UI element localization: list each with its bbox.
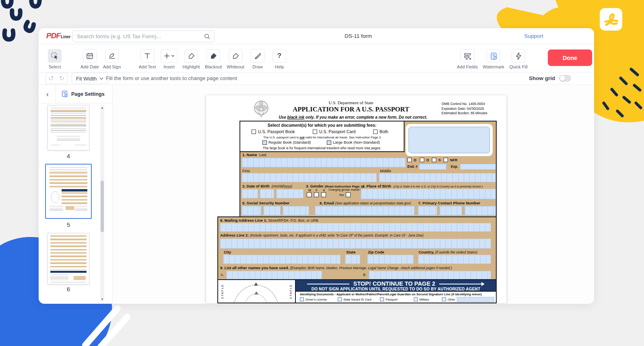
other-name-a-field[interactable] [226, 271, 322, 279]
other-id-checkbox[interactable] [442, 297, 446, 301]
quick-fill-button[interactable]: Quick Fill [506, 49, 531, 69]
ds11-form-page[interactable]: U.S. Department of State APPLICATION FOR… [206, 95, 506, 303]
blackout-button[interactable]: Blackout [202, 49, 225, 69]
gender-m-checkbox[interactable] [307, 192, 312, 197]
drivers-license-label: Driver's License [305, 298, 327, 301]
gender-x-checkbox[interactable] [321, 192, 326, 197]
done-button[interactable]: Done [548, 49, 592, 66]
o-checkbox[interactable] [420, 158, 424, 162]
add-text-button[interactable]: Add Text [136, 49, 159, 69]
dob-day-field[interactable] [260, 189, 274, 198]
ssn-field-2[interactable] [263, 206, 281, 215]
sub-toolbar: ↺ ↻ Fit Width Fill the form or use anoth… [39, 72, 594, 85]
scrollbar-thumb[interactable] [101, 181, 104, 232]
both-checkbox[interactable] [373, 130, 378, 134]
add-date-button[interactable]: Add Date [78, 49, 101, 69]
show-grid-toggle[interactable] [559, 75, 571, 82]
exp-field[interactable] [460, 164, 496, 170]
omb-burden: Estimated Burden: 85 Minutes [442, 111, 487, 116]
other-id-field[interactable] [457, 297, 494, 302]
state-field[interactable] [345, 255, 360, 264]
address-line2-field[interactable] [220, 239, 491, 249]
zip-label: Zip Code [368, 250, 384, 254]
zip-field[interactable] [367, 255, 414, 264]
other-name-b-field[interactable] [369, 271, 491, 279]
state-label: State [346, 250, 355, 254]
military-checkbox[interactable] [414, 297, 418, 301]
sidebar-scrollbar[interactable]: ▲ ▼ [100, 105, 104, 302]
page-number-5: 5 [39, 221, 98, 228]
pdfliner-logo[interactable]: PDF Liner [46, 31, 70, 40]
page-thumbnail-5-selected[interactable] [45, 164, 92, 219]
endorsement-field-area[interactable] [409, 127, 490, 153]
staple-text-right: STAPLE [289, 284, 293, 299]
country-field[interactable] [418, 255, 491, 264]
ssn-field-3[interactable] [283, 206, 309, 215]
form-instruction: Use black ink only. If you make an error… [248, 115, 458, 119]
undo-button[interactable]: ↺ [45, 73, 57, 84]
s-checkbox[interactable] [432, 158, 436, 162]
ssn-field-1[interactable] [242, 206, 261, 215]
phone-field-2[interactable] [440, 206, 462, 215]
watermark-button[interactable]: Watermark [481, 49, 506, 69]
email-field[interactable] [315, 206, 415, 215]
chevron-down-icon [99, 77, 103, 80]
page-number-4: 4 [39, 152, 98, 159]
first-name-field[interactable] [242, 173, 377, 182]
staple-text-left: STAPLE [221, 284, 224, 299]
endorsement-panel [406, 124, 493, 156]
passport-book-label: U.S. Passport Book [258, 129, 295, 134]
dob-year-field[interactable] [276, 189, 303, 198]
search-form-box[interactable] [72, 31, 215, 42]
insert-button[interactable]: Insert [158, 49, 180, 69]
city-field[interactable] [223, 255, 341, 264]
end-number-field[interactable] [419, 164, 446, 170]
collapse-sidebar-button[interactable]: ‹ [42, 89, 53, 100]
military-label: Military [419, 298, 429, 301]
dob-label: 2. Date of Birth (mm/dd/yyyy) [242, 184, 292, 188]
form-omb-block: OMB Control No. 1405-0004 Expiration Dat… [442, 102, 487, 116]
select-tool-button[interactable]: Select [43, 49, 66, 69]
state-id-checkbox[interactable] [338, 297, 342, 301]
search-icon[interactable] [204, 33, 210, 39]
highlight-button[interactable]: Highlight [180, 49, 202, 69]
dob-month-field[interactable] [242, 189, 258, 198]
whiteout-button[interactable]: Whiteout [224, 49, 247, 69]
city-label: City [224, 250, 231, 254]
search-input[interactable] [77, 33, 204, 39]
large-book-checkbox[interactable] [327, 140, 331, 145]
add-sign-button[interactable]: Add Sign [101, 49, 123, 69]
passport-book-checkbox[interactable] [252, 130, 256, 134]
gender-f-checkbox[interactable] [314, 192, 319, 197]
changing-gender-yes-checkbox[interactable] [346, 192, 351, 197]
phone-field-3[interactable] [464, 206, 496, 215]
middle-name-field[interactable] [379, 173, 496, 182]
phone-field-1[interactable] [418, 206, 437, 215]
help-label: Help [268, 64, 291, 69]
drivers-license-checkbox[interactable] [300, 297, 304, 301]
page-thumbnail-4[interactable] [47, 105, 89, 150]
scroll-down-icon[interactable]: ▼ [100, 298, 104, 301]
editor-hint-text: Fill the form or use another tools to ch… [106, 75, 237, 81]
passport-card-checkbox[interactable] [313, 130, 317, 134]
address-line1-field[interactable] [220, 223, 491, 232]
d-checkbox[interactable] [407, 158, 412, 162]
nfr-checkbox[interactable] [444, 158, 448, 162]
navy-dash-pattern [596, 64, 644, 125]
scroll-up-icon[interactable]: ▲ [100, 106, 104, 109]
zoom-mode-dropdown[interactable]: Fit Width [72, 73, 108, 84]
draw-button[interactable]: Draw [246, 49, 269, 69]
support-link[interactable]: Support [518, 33, 550, 39]
help-button[interactable]: ? Help [268, 49, 291, 69]
pob-field[interactable] [361, 189, 496, 199]
page-thumbnail-6[interactable] [47, 233, 89, 284]
page-settings-icon [61, 91, 68, 98]
page-settings-button[interactable]: Page Settings [61, 88, 105, 100]
last-name-field[interactable] [242, 158, 406, 167]
highlight-label: Highlight [180, 64, 202, 69]
redo-button[interactable]: ↻ [56, 73, 68, 84]
passport-id-checkbox[interactable] [380, 297, 384, 301]
regular-book-checkbox[interactable] [262, 140, 267, 145]
add-fields-button[interactable]: Add Fields [454, 49, 480, 69]
regular-book-label: Regular Book (Standard) [268, 140, 311, 144]
